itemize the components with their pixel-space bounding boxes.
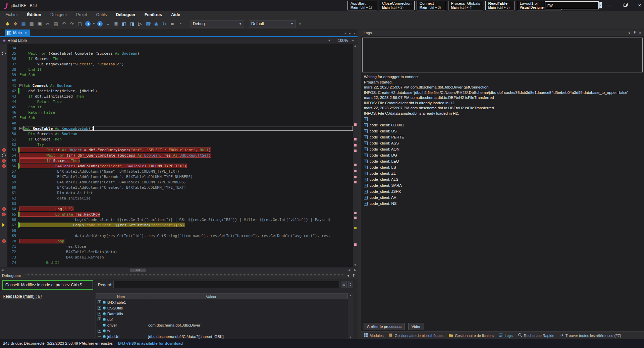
quick-button-closeconnection[interactable]: CloseConnectionMain(ctrl + 2) (379, 1, 415, 10)
save-icon[interactable]: ▦ (19, 20, 28, 27)
code-text[interactable]: 'B4XTable1.SetData(data) (19, 249, 353, 254)
code-line-60[interactable]: 60 'B4XTable1.AddColumn("Created", B4XTa… (0, 185, 353, 190)
copy-icon[interactable]: ▣ (36, 20, 44, 27)
code-editor[interactable]: 3435 Wait For (ReadTable) Complete (Succ… (0, 44, 358, 267)
menu-fen-tres[interactable]: Fenêtres (145, 12, 162, 17)
log-entry[interactable]: +code_client: AQN (364, 146, 643, 152)
variables-table[interactable]: Nom Valeur +B4XTable1+CSSUtils+DateUtils… (96, 293, 348, 339)
search-box[interactable]: × (545, 1, 599, 9)
log-entry[interactable]: +code_client: US (364, 128, 643, 134)
code-text[interactable]: −Sub ReadTable As ResumableSub (19, 126, 353, 131)
log-entry[interactable]: +code_client: 000001 (364, 122, 643, 128)
code-text[interactable]: Wait For (sf) dbf_QueryComplete (Success… (19, 153, 353, 158)
tab-scroll-left-icon[interactable]: ◂ (344, 32, 346, 35)
code-text[interactable]: 'B4XTable1.AddColumn("Barcode", B4XTable… (19, 174, 353, 179)
debugger-title-bar[interactable]: Débogueur ▾ (0, 273, 358, 279)
restore-button[interactable] (619, 0, 631, 10)
code-line-38[interactable]: 38 End If (0, 67, 353, 72)
scroll-down-icon[interactable]: ▼ (353, 263, 358, 267)
gutter-cell[interactable] (0, 51, 7, 56)
code-text[interactable] (19, 228, 353, 233)
code-text[interactable]: 'Dim data As List (19, 190, 353, 195)
tab-close-icon[interactable]: × (24, 31, 26, 35)
expand-icon[interactable]: + (364, 160, 368, 163)
code-line-46[interactable]: 46 Return False (0, 110, 353, 115)
tab-main[interactable]: Main × (5, 30, 30, 36)
gutter-cell[interactable] (0, 238, 7, 244)
log-entry[interactable]: +code_client: PERTE (364, 134, 643, 140)
sub-dropdown-icon[interactable]: ▼ (328, 39, 331, 42)
breakpoint-icon[interactable] (2, 148, 6, 152)
panel-tab-trouver-toutes-les-r-f-rences-f7[interactable]: Trouver toutes les références (F7) (559, 333, 621, 338)
expand-icon[interactable]: + (364, 154, 368, 157)
code-line-66[interactable]: 66 'Log($"code_client: ${res.GetInt("coc… (0, 217, 353, 222)
breakpoint-icon[interactable] (2, 239, 6, 243)
code-line-51[interactable]: 51 If Connect Then (0, 136, 353, 142)
code-line-37[interactable]: 37 xui.MsgboxAsync("Success", "ReadTable… (0, 61, 353, 67)
run-icon[interactable]: ▷ (136, 20, 144, 27)
code-line-52[interactable]: 52 Try (0, 142, 353, 147)
resume-icon[interactable]: ◉ (152, 20, 160, 27)
update-link[interactable]: B4J v9.80 is available for download (118, 341, 183, 345)
chevron-down-icon[interactable]: ▾ (629, 31, 630, 35)
watch-list-button[interactable]: ▤ (341, 281, 347, 288)
scroll-up-icon[interactable]: ▲ (348, 293, 353, 297)
gutter-cell[interactable] (0, 153, 7, 158)
code-text[interactable]: 'B4XTable1.AddColumn("Cost", B4XTable1.C… (19, 179, 353, 185)
stop-icon[interactable]: ■ (168, 20, 176, 27)
code-line-35[interactable]: 35 Wait For (ReadTable) Complete (Succes… (0, 51, 353, 56)
chevron-down-icon[interactable]: ▾ (347, 274, 349, 278)
variables-scrollbar[interactable]: ▲ ▼ (348, 293, 353, 339)
code-text[interactable] (19, 120, 353, 126)
variable-row-driver[interactable]: drivercom.dbschema.dbf.JdbcDriver (96, 322, 348, 328)
code-line-50[interactable]: 50 Dim Success As Boolean (0, 131, 353, 136)
code-text[interactable]: Loop (19, 238, 353, 244)
restart-icon[interactable]: ↻ (160, 20, 168, 27)
panel-tab-logs[interactable]: Logs (499, 333, 513, 338)
code-line-56[interactable]: 56 B4XTable1.AddColumn("coclient", B4XTa… (0, 163, 353, 169)
current-sub-label[interactable]: ReadTable (7, 38, 26, 43)
code-line-70[interactable]: 70 Loop (0, 238, 353, 244)
expand-icon[interactable]: + (364, 202, 368, 206)
code-text[interactable]: 'Log($"code_client: ${res.GetInt("coclie… (19, 217, 353, 222)
scroll-up-icon[interactable]: ▲ (353, 44, 358, 48)
log-entry[interactable]: +code_client: AH (364, 194, 643, 200)
breakpoint-icon[interactable] (2, 213, 6, 216)
expand-icon[interactable]: + (364, 129, 368, 133)
clear-logs-button[interactable]: Vider (408, 323, 424, 330)
code-line-64[interactable]: 64 Log(" ") (0, 206, 353, 212)
redo-icon[interactable]: ↷ (68, 20, 76, 27)
code-text[interactable]: xui.MsgboxAsync("Success", "ReadTable") (19, 61, 353, 67)
back-dropdown-icon[interactable]: ▾ (92, 20, 96, 27)
module-prev-icon[interactable]: ◧ (120, 20, 128, 27)
open-project-icon[interactable]: ❖ (11, 20, 19, 27)
code-text[interactable]: −Sub Connect As Boolean (19, 83, 353, 88)
code-text[interactable]: End If (19, 260, 353, 265)
toolbar-overflow-icon[interactable]: ▾ (299, 22, 301, 26)
code-line-58[interactable]: 58 'B4XTable1.AddColumn("Barcode", B4XTa… (0, 174, 353, 179)
code-text[interactable]: If Success Then (19, 56, 353, 61)
code-line-62[interactable]: 62 'data.Initialize (0, 195, 353, 201)
expand-icon[interactable]: + (98, 300, 101, 304)
quick-button-readtable[interactable]: ReadTableMain(ctrl + 5) (485, 1, 515, 10)
editor-horizontal-scrollbar[interactable]: ◀ ▮▮▮ ◀ ▶ (0, 267, 358, 273)
panel-splitter[interactable] (358, 30, 361, 339)
expand-icon[interactable]: + (364, 141, 368, 145)
scroll-down-icon[interactable]: ▼ (348, 335, 353, 339)
search-input[interactable] (545, 3, 599, 8)
code-text[interactable]: Wait For (ReadTable) Complete (Success A… (19, 51, 353, 56)
panel-tab-recherche-rapide[interactable]: Recherche Rapide (518, 333, 554, 338)
log-entry[interactable]: +code_client: SARA (364, 182, 643, 188)
uncomment-icon[interactable]: ≣ (112, 20, 120, 27)
code-text[interactable]: Dim Success As Boolean (19, 131, 353, 136)
quick-button-connect[interactable]: ConnectMain(ctrl + 3) (417, 1, 446, 10)
menu-dition[interactable]: Édition (27, 12, 41, 17)
gutter-cell[interactable] (0, 206, 7, 212)
code-text[interactable]: End Sub (19, 115, 353, 120)
log-entry[interactable]: +code_client: JSHK (364, 188, 643, 194)
code-text[interactable]: 'B4XTable1.AddColumn("Name", B4XTable1.C… (19, 169, 353, 174)
new-project-icon[interactable]: ✱ (3, 20, 11, 27)
panel-tab-gestionnaire-de-biblioth-ques[interactable]: Gestionnaire de bibliothèques (389, 333, 444, 338)
scroll-left-icon[interactable]: ◀ (0, 268, 5, 273)
code-line-73[interactable]: 73 'B4XTable1.Refresh (0, 254, 353, 260)
